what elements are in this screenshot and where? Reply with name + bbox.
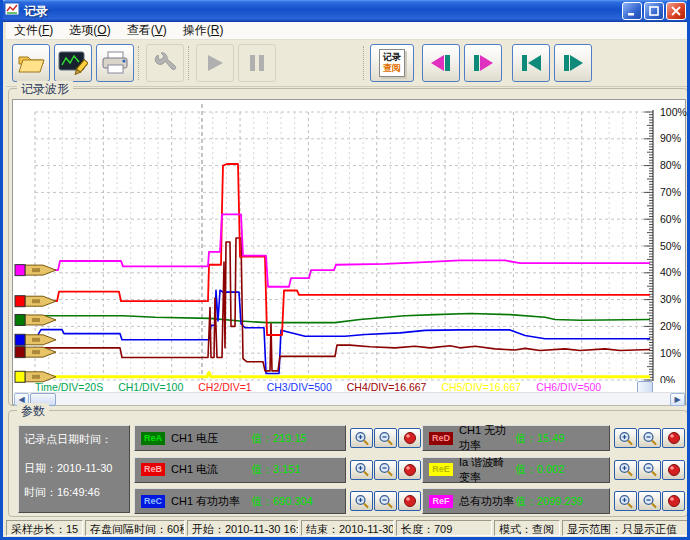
status-display-range: 显示范围：只显示正值 [562, 520, 690, 536]
param-value: 值：0.002 [515, 462, 603, 477]
zoom-in-button[interactable] [614, 428, 637, 448]
menu-item-options[interactable]: 选项(O) [61, 21, 118, 40]
param-value: 值：2099.239 [515, 494, 603, 509]
step-back-icon [429, 52, 453, 74]
zoom-out-icon [378, 462, 394, 477]
minimize-button[interactable] [622, 2, 642, 20]
channel-badge: ReB [141, 463, 165, 476]
record-dot-button[interactable] [662, 428, 685, 448]
zoom-out-icon [642, 462, 658, 477]
status-mode: 模式：查阅 [494, 520, 560, 536]
zoom-out-button[interactable] [638, 460, 661, 480]
close-button[interactable] [666, 2, 686, 20]
param-label: CH1 电流 [171, 462, 251, 477]
zoom-out-button[interactable] [638, 491, 661, 511]
zoom-out-button[interactable] [374, 428, 397, 448]
channel-badge: ReD [429, 432, 453, 445]
zoom-out-icon [378, 431, 394, 446]
horizontal-scroll-track[interactable] [56, 393, 670, 405]
waveform-groupbox: 记录波形 0%10%20%30%40%50%60%70%80%90%100% T… [8, 88, 688, 406]
pen-marker-ch6[interactable] [15, 265, 56, 276]
print-button[interactable] [96, 44, 134, 82]
zoom-out-button[interactable] [638, 428, 661, 448]
record-review-note-icon: 记录 查阅 [379, 49, 405, 77]
param-value: 值：690.304 [251, 494, 339, 509]
skip-to-end-icon [561, 52, 585, 74]
param-row-ref: ReF总有功功率值：2099.239 [422, 488, 685, 514]
zoom-in-icon [354, 431, 370, 446]
open-file-button[interactable] [12, 44, 50, 82]
param-value: 值：219.15 [251, 431, 339, 446]
status-bar: 采样步长：15存盘间隔时间：60秒开始：2010-11-30 16:41:1结束… [6, 519, 690, 537]
menu-item-operate[interactable]: 操作(R) [175, 21, 232, 40]
y-axis-tick-label: 10% [660, 347, 681, 359]
param-row-reb: ReBCH1 电流值：3.151 [134, 457, 421, 483]
record-dot-button[interactable] [398, 460, 421, 480]
waveform-group-title: 记录波形 [17, 81, 73, 98]
status-end-time: 结束：2010-11-30 16:52:5 [301, 520, 394, 536]
waveform-panel: 0%10%20%30%40%50%60%70%80%90%100% Time/D… [12, 99, 686, 405]
param-value: 值：15.49 [515, 431, 603, 446]
y-axis-tick-label: 30% [660, 293, 681, 305]
zoom-in-button[interactable] [350, 460, 373, 480]
play-button [196, 44, 234, 82]
y-axis-tick-label: 80% [660, 159, 681, 171]
record-dot-icon [403, 431, 417, 445]
record-dot-button[interactable] [662, 460, 685, 480]
zoom-out-icon [642, 494, 658, 509]
record-dot-button[interactable] [398, 428, 421, 448]
prev-record-button[interactable] [422, 44, 460, 82]
trace-ch2 [35, 164, 650, 335]
param-panel: ReEIa 谐波畸变率值：0.002 [422, 457, 610, 483]
toolbar: 记录 查阅 [6, 40, 690, 87]
next-record-button[interactable] [464, 44, 502, 82]
folder-icon [16, 50, 46, 76]
first-record-button[interactable] [512, 44, 550, 82]
record-dot-icon [667, 463, 681, 477]
scroll-right-button[interactable]: ▶ [670, 393, 685, 406]
param-panel: ReDCH1 无功功率值：15.49 [422, 425, 610, 451]
channel-badge: ReA [141, 432, 165, 445]
record-dot-button[interactable] [662, 491, 685, 511]
channel-badge: ReC [141, 495, 165, 508]
record-dot-icon [667, 431, 681, 445]
zoom-in-button[interactable] [614, 460, 637, 480]
param-row-ree: ReEIa 谐波畸变率值：0.002 [422, 457, 685, 483]
trace-ch5 [35, 372, 650, 376]
trace-ch1 [35, 314, 650, 323]
zoom-in-button[interactable] [350, 491, 373, 511]
zoom-in-button[interactable] [350, 428, 373, 448]
zoom-out-icon [378, 494, 394, 509]
maximize-button[interactable] [644, 2, 664, 20]
y-axis-tick-label: 50% [660, 240, 681, 252]
pen-marker-ch2[interactable] [15, 296, 56, 307]
trace-ch6 [35, 214, 650, 286]
menu-item-file[interactable]: 文件(F) [6, 21, 61, 40]
zoom-out-icon [642, 431, 658, 446]
waveform-edit-button[interactable] [54, 44, 92, 82]
zoom-in-button[interactable] [614, 491, 637, 511]
param-panel: ReCCH1 有功功率值：690.304 [134, 488, 346, 514]
y-axis-tick-label: 20% [660, 320, 681, 332]
zoom-out-button[interactable] [374, 491, 397, 511]
record-review-button[interactable]: 记录 查阅 [370, 44, 414, 82]
waveform-chart: 0%10%20%30%40%50%60%70%80%90%100% [13, 102, 687, 383]
pen-marker-ch3[interactable] [15, 334, 56, 345]
last-record-button[interactable] [554, 44, 592, 82]
status-length: 长度：709 [396, 520, 492, 536]
wrench-icon [152, 50, 178, 76]
record-datetime-panel: 记录点日期时间： 日期：2010-11-30 时间：16:49:46 [18, 425, 130, 513]
y-axis-tick-label: 70% [660, 186, 681, 198]
zoom-out-button[interactable] [374, 460, 397, 480]
menu-item-view[interactable]: 查看(V) [119, 21, 175, 40]
pause-button [238, 44, 276, 82]
y-axis-tick-label: 40% [660, 266, 681, 278]
status-start-time: 开始：2010-11-30 16:41:1 [187, 520, 299, 536]
title-bar: 记录 [0, 0, 690, 22]
menu-bar: 文件(F)选项(O)查看(V)操作(R) [6, 22, 690, 40]
trace-ch3 [35, 290, 650, 373]
record-dot-button[interactable] [398, 491, 421, 511]
zoom-in-icon [618, 494, 634, 509]
record-dot-icon [403, 494, 417, 508]
status-sample-step: 采样步长：15 [6, 520, 83, 536]
